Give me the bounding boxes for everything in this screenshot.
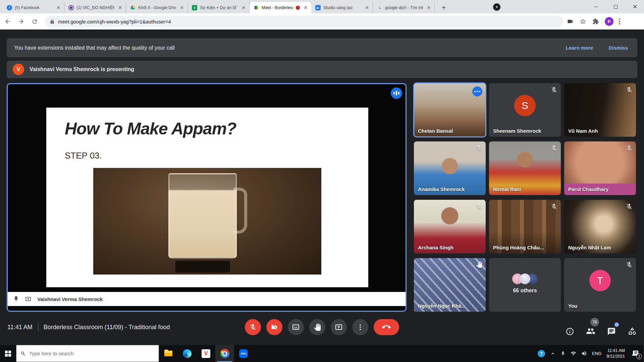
pin-icon[interactable] [13,296,19,302]
mic-off-icon [476,145,482,152]
browser-profile-avatar[interactable]: P [605,17,613,26]
help-tray-icon[interactable]: ? [538,350,545,357]
back-button[interactable] [2,16,13,27]
audio-playing-indicator[interactable] [391,87,402,99]
participant-name-label: Phùng Hoàng Châu... [493,245,544,250]
browser-tab[interactable]: (1) VIC_ĐO NGHIỆM T✕ [64,2,126,13]
camera-in-use-indicator[interactable] [565,16,576,27]
star-icon [580,18,586,25]
raise-hand-button[interactable] [309,319,325,335]
tile-mic-off-badge [476,145,482,153]
browser-menu-button[interactable] [619,18,620,24]
mic-off-icon [551,86,557,93]
participant-tile[interactable]: Nguyễn Nhật Lam [564,200,636,253]
end-call-button[interactable] [374,319,399,335]
start-button[interactable] [0,345,16,362]
participant-name-label: Sheenam Shemrock [493,128,541,134]
presenting-banner: V Vaishnavi Verma Shemrock is presenting [7,61,637,78]
hand-raised-icon [476,261,482,268]
wifi-icon[interactable] [571,351,576,356]
browser-tab[interactable]: Ggoogle dịch - Tìm trên✕ [373,2,435,13]
taskbar-v-app[interactable]: V [197,345,215,362]
participant-tile[interactable]: Nirmal Rani [489,141,561,195]
clock-date: 9/11/2021 [606,354,625,359]
presenter-name-label: Vaishnavi Verma Shemrock [37,296,103,302]
participant-tile[interactable]: Phùng Hoàng Châu... [489,200,561,253]
taskbar-edge[interactable] [178,345,197,362]
tile-mic-off-badge [551,145,557,153]
browser-tab[interactable]: f(5) Facebook✕ [3,2,64,13]
volume-icon[interactable] [581,351,587,356]
participant-tile[interactable]: SSheenam Shemrock [489,83,561,137]
taskbar-search[interactable] [16,345,159,362]
bookmark-button[interactable] [577,16,589,27]
tab-close-button[interactable]: ✕ [55,5,61,11]
taskbar-file-explorer[interactable] [159,345,178,362]
tab-label: google dịch - Tìm trên [385,5,423,10]
tile-mic-off-badge [626,86,633,95]
taskbar-zalo[interactable]: Zalo [234,345,253,362]
meeting-details-button[interactable] [564,320,576,336]
taskbar-search-input[interactable] [29,351,143,356]
mic-off-icon [249,323,257,331]
action-center-button[interactable]: 1 [630,349,640,359]
taskbar-chrome[interactable] [215,345,234,362]
learn-more-link[interactable]: Learn more [566,45,593,51]
meet-bottom-bar: 11:41 AM Borderless Classroom (11/09) - … [0,312,644,345]
forward-button[interactable] [15,16,27,27]
tab-close-button[interactable]: ✕ [303,5,309,11]
slide-title: How To Make Appam? [65,119,236,138]
participant-tile[interactable]: Nguyễn Ngọc Khá... [414,258,486,312]
tab-search-button[interactable]: ▼ [493,3,500,11]
tab-close-button[interactable]: ✕ [117,5,123,11]
taskbar-clock[interactable]: 11:41 AM 9/11/2021 [606,348,625,359]
tile-options-button[interactable] [472,86,482,97]
language-indicator[interactable]: ENG [592,351,601,356]
people-panel-button[interactable]: 78 [585,320,596,336]
participant-tile[interactable]: Archana Singh [414,200,486,253]
window-minimize-button[interactable] [586,0,606,13]
present-icon [335,323,343,331]
browser-tab[interactable]: ▶Studio sáng tạo✕ [311,2,373,13]
participant-tile[interactable]: Parul Chaudhary [564,141,636,195]
window-maximize-button[interactable] [606,0,625,13]
browser-tab[interactable]: +Sự Kiện + Dự án tổ TA✕ [188,2,250,13]
more-options-button[interactable] [352,319,368,335]
tab-close-button[interactable]: ✕ [426,5,432,11]
tab-close-button[interactable]: ✕ [179,5,185,11]
tab-close-button[interactable]: ✕ [240,5,247,11]
address-bar[interactable]: meet.google.com/ujh-wwxb-yag?pli=1&authu… [45,16,563,27]
browser-tab[interactable]: Meet - Borderless✕ [250,2,311,13]
window-close-button[interactable]: ✕ [625,0,644,13]
participant-tile[interactable]: Chetan Bansal [414,83,486,137]
chrome-icon [220,349,229,358]
present-button[interactable] [331,319,347,335]
dismiss-link[interactable]: Dismiss [608,45,628,51]
participant-tile[interactable]: 66 others [489,258,561,312]
presentation-stage[interactable]: How To Make Appam? STEP 03. Vaishnavi Ve… [7,83,407,312]
captions-button[interactable]: CC [288,319,304,335]
zalo-icon: Zalo [239,349,248,358]
tray-mic-icon[interactable] [560,351,566,356]
studio-favicon: ▶ [315,5,321,10]
blender-photo [93,168,321,275]
mic-button[interactable] [245,319,261,335]
camera-button[interactable] [266,319,282,335]
present-in-tile-icon[interactable] [25,296,31,302]
activities-button[interactable] [627,320,638,336]
browser-tab[interactable]: Khối 4 - Google Drive✕ [126,2,188,13]
chat-panel-button[interactable] [606,320,617,336]
reload-button[interactable] [29,16,40,27]
extensions-button[interactable] [590,16,601,27]
participant-tile[interactable]: Vũ Nam Anh [564,83,636,137]
new-tab-button[interactable]: + [439,3,448,12]
windows-taskbar: V Zalo ? ENG 11:41 AM 9/11/2021 1 [0,345,644,362]
info-icon [566,327,574,336]
raise-hand-icon [314,323,321,331]
people-icon [586,326,595,336]
participant-tile[interactable]: TYou [564,258,636,312]
participant-avatar: T [589,270,611,291]
participant-tile[interactable]: Anamika Shemrock [414,141,486,195]
tab-close-button[interactable]: ✕ [364,5,370,11]
tray-chevron-icon[interactable] [550,351,555,356]
